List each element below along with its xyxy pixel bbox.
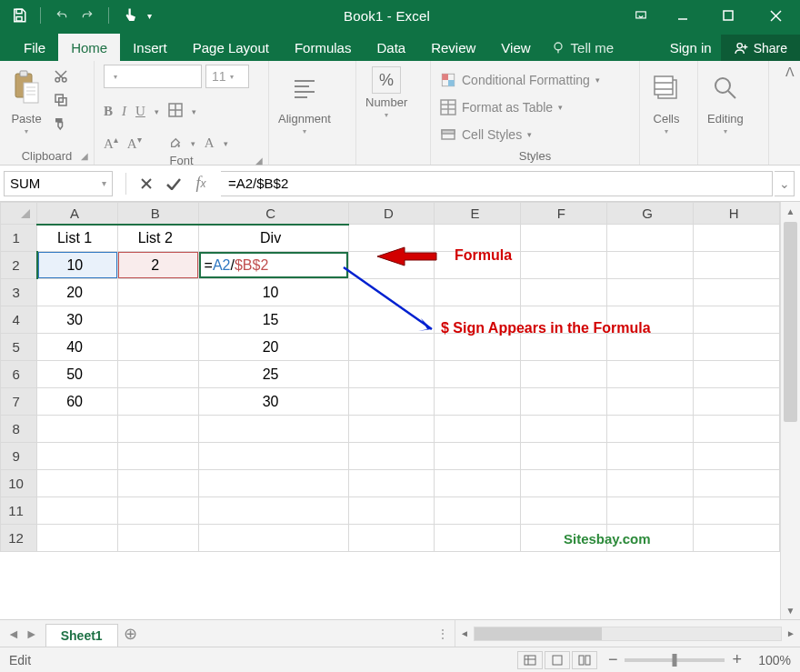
fill-color-button[interactable] bbox=[167, 135, 182, 152]
cell[interactable] bbox=[694, 306, 780, 334]
tab-formulas[interactable]: Formulas bbox=[282, 34, 365, 61]
scroll-down-icon[interactable]: ▼ bbox=[781, 601, 800, 619]
scroll-up-icon[interactable]: ▲ bbox=[781, 202, 800, 220]
cell[interactable] bbox=[117, 388, 198, 416]
zoom-out-button[interactable]: − bbox=[608, 650, 618, 669]
cell[interactable] bbox=[37, 497, 118, 525]
tab-home[interactable]: Home bbox=[58, 34, 120, 61]
cell[interactable] bbox=[348, 497, 435, 525]
increase-font-icon[interactable]: A▴ bbox=[104, 135, 118, 152]
row-header[interactable]: 12 bbox=[1, 525, 37, 552]
save-icon[interactable] bbox=[11, 7, 27, 24]
cell[interactable]: 20 bbox=[198, 334, 348, 361]
cells-button[interactable]: Cells▾ bbox=[649, 65, 684, 135]
cell[interactable]: 10 bbox=[198, 279, 348, 306]
cell[interactable] bbox=[348, 416, 435, 443]
cell[interactable] bbox=[607, 279, 694, 306]
alignment-button[interactable]: Alignment▾ bbox=[278, 65, 331, 135]
row-header[interactable]: 5 bbox=[1, 334, 37, 361]
touch-mode-icon[interactable] bbox=[122, 7, 138, 24]
sheet-tab[interactable]: Sheet1 bbox=[45, 624, 118, 647]
col-header[interactable]: H bbox=[694, 203, 780, 225]
cell[interactable] bbox=[607, 225, 694, 252]
cell[interactable] bbox=[607, 416, 694, 443]
zoom-slider[interactable] bbox=[625, 658, 725, 662]
cell[interactable] bbox=[198, 525, 348, 552]
row-header[interactable]: 6 bbox=[1, 361, 37, 388]
cell[interactable] bbox=[607, 443, 694, 470]
cell[interactable] bbox=[521, 334, 607, 361]
cell[interactable] bbox=[694, 497, 780, 525]
cell[interactable] bbox=[348, 225, 435, 252]
cell[interactable] bbox=[694, 443, 780, 470]
cell[interactable]: 15 bbox=[198, 306, 348, 334]
col-header[interactable]: E bbox=[435, 203, 521, 225]
cell[interactable] bbox=[435, 470, 521, 497]
cell[interactable] bbox=[694, 361, 780, 388]
cell[interactable] bbox=[435, 443, 521, 470]
col-header[interactable]: A bbox=[37, 203, 118, 225]
font-color-button[interactable]: A bbox=[205, 135, 215, 151]
tab-data[interactable]: Data bbox=[364, 34, 418, 61]
redo-icon[interactable] bbox=[79, 9, 95, 22]
insert-function-icon[interactable]: fx bbox=[188, 171, 214, 196]
split-handle-icon[interactable]: ⋮ bbox=[436, 627, 455, 641]
tab-insert[interactable]: Insert bbox=[120, 34, 180, 61]
cancel-formula-icon[interactable] bbox=[134, 171, 159, 196]
cell[interactable] bbox=[521, 361, 607, 388]
spreadsheet-grid[interactable]: A B C D E F G H 1 List 1 List 2 Div 2 10… bbox=[0, 202, 780, 552]
cell[interactable] bbox=[348, 334, 435, 361]
scroll-thumb[interactable] bbox=[784, 222, 797, 422]
col-header[interactable]: G bbox=[607, 203, 694, 225]
tab-file[interactable]: File bbox=[11, 34, 58, 61]
conditional-formatting-button[interactable]: Conditional Formatting▾ bbox=[440, 68, 600, 92]
row-header[interactable]: 8 bbox=[1, 416, 37, 443]
cell[interactable] bbox=[521, 497, 607, 525]
col-header[interactable]: B bbox=[117, 203, 198, 225]
new-sheet-button[interactable]: ⊕ bbox=[118, 623, 144, 647]
cell[interactable] bbox=[607, 306, 694, 334]
collapse-ribbon-icon[interactable]: ᐱ bbox=[780, 61, 800, 83]
row-header[interactable]: 7 bbox=[1, 388, 37, 416]
cell[interactable]: 60 bbox=[37, 388, 118, 416]
cell[interactable] bbox=[348, 252, 435, 279]
cell[interactable] bbox=[435, 388, 521, 416]
cell[interactable] bbox=[435, 252, 521, 279]
row-header[interactable]: 10 bbox=[1, 470, 37, 497]
col-header[interactable]: C bbox=[198, 203, 348, 225]
sheet-nav-prev-icon[interactable]: ◄ bbox=[7, 627, 20, 641]
cell[interactable] bbox=[348, 279, 435, 306]
cell[interactable]: 10 bbox=[37, 252, 118, 279]
row-header[interactable]: 3 bbox=[1, 279, 37, 306]
cell[interactable] bbox=[694, 525, 780, 552]
cell[interactable] bbox=[521, 416, 607, 443]
name-box[interactable]: ▾ bbox=[4, 171, 113, 196]
cell[interactable] bbox=[117, 416, 198, 443]
formula-bar-input[interactable] bbox=[221, 176, 772, 191]
row-header[interactable]: 9 bbox=[1, 443, 37, 470]
paste-button[interactable]: Paste ▾ bbox=[9, 65, 44, 135]
cell[interactable] bbox=[37, 416, 118, 443]
cell[interactable] bbox=[694, 388, 780, 416]
cell[interactable] bbox=[607, 252, 694, 279]
cell[interactable] bbox=[348, 306, 435, 334]
cell[interactable] bbox=[435, 225, 521, 252]
sheet-nav-next-icon[interactable]: ► bbox=[25, 627, 38, 641]
col-header[interactable]: F bbox=[521, 203, 607, 225]
cell[interactable] bbox=[694, 334, 780, 361]
cell[interactable] bbox=[435, 334, 521, 361]
cell[interactable] bbox=[37, 470, 118, 497]
cell[interactable] bbox=[198, 416, 348, 443]
cell[interactable] bbox=[694, 279, 780, 306]
cell[interactable] bbox=[521, 388, 607, 416]
tab-view[interactable]: View bbox=[488, 34, 543, 61]
sign-in-button[interactable]: Sign in bbox=[661, 34, 721, 61]
tell-me-search[interactable]: Tell me bbox=[544, 40, 622, 61]
cell[interactable] bbox=[117, 279, 198, 306]
select-all-corner[interactable] bbox=[1, 203, 37, 225]
cell[interactable] bbox=[521, 470, 607, 497]
cell[interactable]: 2 bbox=[117, 252, 198, 279]
underline-button[interactable]: U bbox=[135, 104, 145, 119]
cut-icon[interactable] bbox=[51, 68, 71, 85]
cell[interactable] bbox=[607, 525, 694, 552]
